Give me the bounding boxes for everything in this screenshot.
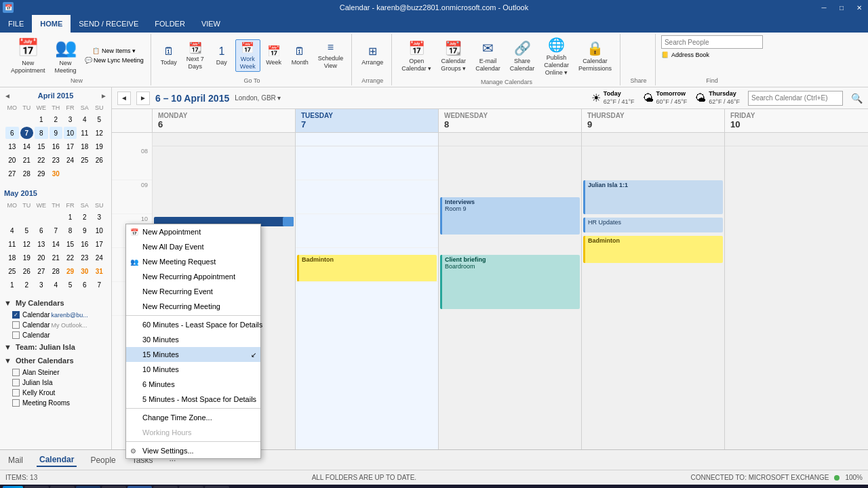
- nav-mail[interactable]: Mail: [5, 454, 26, 466]
- search-icon[interactable]: 🔍: [851, 93, 863, 104]
- ctx-change-timezone[interactable]: Change Time Zone...: [126, 410, 260, 425]
- calendar-checkbox-meetings[interactable]: [12, 399, 20, 407]
- next7-button[interactable]: 📆 Next 7Days: [182, 40, 208, 72]
- publish-calendar-button[interactable]: 🌐 PublishCalendarOnline ▾: [540, 35, 573, 77]
- new-items-button[interactable]: 📋 New Items ▾: [82, 47, 146, 55]
- tue-09[interactable]: [296, 180, 438, 214]
- wed-10[interactable]: [439, 214, 581, 248]
- other-calendar-meetings[interactable]: Meeting Rooms: [0, 398, 111, 408]
- calendar-checkbox-kelly[interactable]: [12, 389, 20, 396]
- wed-11[interactable]: Client briefing Boardroom: [439, 248, 581, 282]
- share-calendar-button[interactable]: 🔗 ShareCalendar: [506, 39, 539, 74]
- week-button[interactable]: 📅 Week: [262, 43, 286, 68]
- tab-send-receive[interactable]: SEND / RECEIVE: [71, 15, 146, 33]
- thu-julian-event[interactable]: Julian Isla 1:1: [583, 180, 723, 214]
- day-button[interactable]: 1 Day: [210, 44, 234, 68]
- prev-month-button[interactable]: ◄: [4, 92, 11, 100]
- maximize-button[interactable]: □: [833, 0, 850, 15]
- calendar-permissions-button[interactable]: 🔒 CalendarPermissions: [574, 39, 616, 74]
- close-button[interactable]: ✕: [850, 0, 868, 15]
- ctx-new-recurring-appt[interactable]: New Recurring Appointment: [126, 269, 260, 284]
- ctx-30-min[interactable]: 30 Minutes: [126, 332, 260, 347]
- ctx-new-recurring-event[interactable]: New Recurring Event: [126, 284, 260, 299]
- search-people-input[interactable]: [661, 35, 763, 49]
- my-calendar-3[interactable]: Calendar: [0, 330, 111, 340]
- tue-11[interactable]: [296, 248, 438, 282]
- team-julian-isla-header[interactable]: ▼ Team: Julian Isla: [0, 340, 111, 354]
- may-cal-title[interactable]: May 2015: [4, 189, 37, 197]
- fri-08[interactable]: [725, 146, 868, 180]
- my-calendars-header[interactable]: ▼ My Calendars: [0, 296, 111, 310]
- ctx-6-min[interactable]: 6 Minutes: [126, 377, 260, 392]
- ctx-view-settings[interactable]: ⚙ View Settings...: [126, 443, 260, 458]
- fri-09[interactable]: [725, 180, 868, 214]
- email-calendar-button[interactable]: ✉ E-mailCalendar: [471, 39, 505, 74]
- thursday-col[interactable]: Julian Isla 1:1 HR Updates Badminton: [582, 133, 725, 449]
- arrange-button[interactable]: ⊞ Arrange: [357, 43, 387, 68]
- calendar-groups-button[interactable]: 📆 CalendarGroups ▾: [437, 39, 470, 74]
- schedule-view-button[interactable]: ≡ ScheduleView: [314, 40, 348, 71]
- thu-08[interactable]: [582, 146, 724, 180]
- calendar-checkbox-3[interactable]: [12, 331, 20, 339]
- location-selector[interactable]: London, GBR ▾: [235, 94, 281, 102]
- nav-calendar[interactable]: Calendar: [37, 453, 77, 467]
- fri-10[interactable]: [725, 214, 868, 248]
- calendar-checkbox-2[interactable]: [12, 321, 20, 329]
- ctx-new-meeting-request[interactable]: 👥 New Meeting Request: [126, 254, 260, 269]
- mon-09[interactable]: [153, 180, 295, 214]
- wed-08[interactable]: [439, 146, 581, 180]
- calendar-checkbox-alan[interactable]: [12, 369, 20, 376]
- wednesday-col[interactable]: Interviews Room 9 Client briefing Boardr…: [439, 133, 582, 449]
- ctx-5-min[interactable]: 5 Minutes - Most Space for Details: [126, 392, 260, 407]
- tuesday-col[interactable]: Badminton: [296, 133, 439, 449]
- other-calendar-kelly[interactable]: Kelly Krout: [0, 388, 111, 398]
- fri-11[interactable]: [725, 248, 868, 282]
- prev-week-button[interactable]: ◄: [117, 92, 131, 105]
- tue-10[interactable]: Badminton: [296, 214, 438, 248]
- friday-col[interactable]: [725, 133, 868, 449]
- tab-folder[interactable]: FOLDER: [146, 15, 193, 33]
- ctx-new-all-day[interactable]: New All Day Event: [126, 239, 260, 254]
- april-cal-title[interactable]: April 2015: [38, 92, 74, 100]
- calendar-groups-icon: 📆: [445, 40, 462, 56]
- my-calendar-2[interactable]: Calendar My Outlook...: [0, 320, 111, 330]
- next-month-button[interactable]: ►: [100, 92, 107, 100]
- new-meeting-button[interactable]: 👥 NewMeeting: [51, 36, 81, 76]
- calendar-search-input[interactable]: [748, 91, 843, 106]
- next-week-button[interactable]: ►: [136, 92, 150, 105]
- mon-08[interactable]: [153, 146, 295, 180]
- tab-home[interactable]: HOME: [32, 15, 71, 33]
- my-calendar-1[interactable]: ✓ Calendar karenb@bu...: [0, 310, 111, 320]
- calendar-checkbox-1[interactable]: ✓: [12, 311, 20, 319]
- address-book-button[interactable]: 📒 Address Book: [661, 52, 709, 58]
- thu-10[interactable]: HR Updates Badminton: [582, 214, 724, 248]
- calendar-checkbox-julian[interactable]: [12, 379, 20, 386]
- tue-08[interactable]: [296, 146, 438, 180]
- window-controls[interactable]: ─ □ ✕: [815, 0, 868, 15]
- other-calendar-julian[interactable]: Julian Isla: [0, 378, 111, 388]
- wed-client-briefing-event[interactable]: Client briefing Boardroom: [440, 255, 580, 309]
- work-week-button[interactable]: 📅 WorkWeek: [235, 39, 260, 73]
- tab-file[interactable]: FILE: [0, 15, 32, 33]
- minimize-button[interactable]: ─: [815, 0, 833, 15]
- new-appointment-button[interactable]: 📅 NewAppointment: [7, 36, 50, 76]
- tab-view[interactable]: VIEW: [193, 15, 229, 33]
- open-calendar-button[interactable]: 📅 OpenCalendar ▾: [397, 39, 435, 74]
- nav-people[interactable]: People: [87, 454, 118, 466]
- other-calendar-alan[interactable]: Alan Steiner: [0, 367, 111, 378]
- time-header-col: [112, 109, 153, 132]
- ctx-10-min[interactable]: 10 Minutes: [126, 362, 260, 377]
- today-button[interactable]: 🗓 Today: [157, 44, 181, 68]
- new-lync-meeting-button[interactable]: 💬 New Lync Meeting: [82, 56, 146, 64]
- wed-09[interactable]: Interviews Room 9: [439, 180, 581, 214]
- other-calendars-header[interactable]: ▼ Other Calendars: [0, 354, 111, 367]
- ctx-60-min[interactable]: 60 Minutes - Least Space for Details: [126, 317, 260, 332]
- month-button[interactable]: 🗓 Month: [288, 44, 313, 68]
- ctx-new-recurring-meeting[interactable]: New Recurring Meeting: [126, 299, 260, 314]
- thu-11[interactable]: [582, 248, 724, 282]
- thu-hr-event[interactable]: HR Updates: [583, 218, 723, 232]
- ctx-15-min[interactable]: 15 Minutes ↙: [126, 347, 260, 362]
- ctx-new-appointment[interactable]: 📅 New Appointment: [126, 224, 260, 239]
- thu-09[interactable]: Julian Isla 1:1: [582, 180, 724, 214]
- title-bar: 📅 Calendar - karenb@buzz2801.onmicrosoft…: [0, 0, 868, 15]
